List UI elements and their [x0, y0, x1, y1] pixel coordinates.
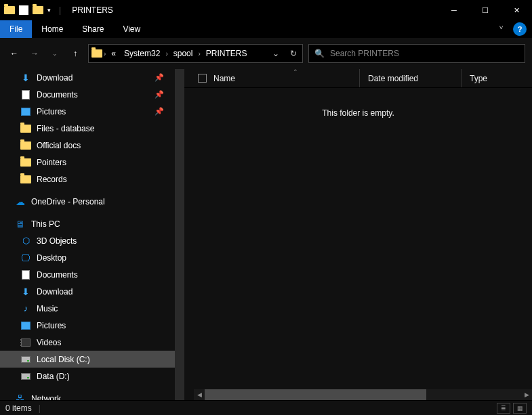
column-type[interactable]: Type — [461, 69, 532, 87]
sidebar-item-label: Pointers — [37, 158, 66, 167]
sidebar-item-label: Official docs — [37, 141, 81, 150]
drive-icon — [20, 354, 31, 365]
sidebar-item-label: Records — [37, 175, 67, 184]
view-thumbnails-button[interactable]: ▦ — [513, 403, 527, 414]
sidebar-item-label: Download — [37, 287, 73, 297]
sidebar-item-label: Data (D:) — [37, 372, 70, 381]
crumb-spool[interactable]: spool — [169, 45, 197, 62]
sidebar-item-documents[interactable]: Documents📌 — [0, 86, 175, 103]
sidebar-item-label: Documents — [37, 270, 78, 280]
sidebar-item-official-docs[interactable]: Official docs — [0, 137, 175, 154]
pin-icon: 📌 — [155, 90, 164, 99]
download-icon: ⬇ — [20, 286, 31, 297]
sidebar-item-label: Desktop — [37, 253, 66, 263]
titlebar-separator: | — [59, 5, 61, 15]
status-bar: 0 items | ≣ ▦ — [0, 400, 532, 415]
sidebar-item-desktop[interactable]: 🖵Desktop — [0, 249, 175, 266]
picture-icon — [20, 320, 31, 331]
empty-folder-message: This folder is empty. — [184, 88, 532, 118]
sidebar-onedrive[interactable]: ☁ OneDrive - Personal — [0, 193, 175, 210]
chevron-right-icon[interactable]: › — [104, 50, 106, 58]
sidebar-item-music[interactable]: ♪Music — [0, 300, 175, 317]
sidebar-item-3d-objects[interactable]: ⬡3D Objects — [0, 232, 175, 249]
titlebar: ▾ | PRINTERS ─ ☐ ✕ — [0, 0, 532, 20]
pane-splitter[interactable] — [175, 69, 184, 400]
maximize-button[interactable]: ☐ — [470, 0, 501, 20]
sidebar-item-label: This PC — [31, 219, 60, 229]
download-icon: ⬇ — [20, 72, 31, 83]
file-list-pane: ⌃ Name Date modified Type This folder is… — [184, 69, 532, 400]
drive-icon — [20, 371, 31, 382]
recent-locations-button[interactable]: ⌄ — [47, 46, 62, 61]
column-date[interactable]: Date modified — [359, 69, 461, 87]
sidebar-item-download[interactable]: ⬇Download📌 — [0, 69, 175, 86]
tab-view[interactable]: View — [113, 20, 150, 38]
chevron-right-icon[interactable]: › — [198, 50, 200, 58]
sidebar-item-label: Network — [31, 394, 61, 401]
search-input[interactable]: 🔍 Search PRINTERS — [308, 44, 525, 63]
sidebar-item-pictures[interactable]: Pictures — [0, 317, 175, 334]
navigation-pane[interactable]: ⬇Download📌Documents📌Pictures📌Files - dat… — [0, 69, 175, 400]
picture-icon — [20, 106, 31, 117]
sidebar-item-download[interactable]: ⬇Download — [0, 283, 175, 300]
sidebar-item-data-d-[interactable]: Data (D:) — [0, 368, 175, 385]
help-button[interactable]: ? — [513, 22, 527, 36]
music-icon: ♪ — [20, 303, 31, 314]
pin-icon: 📌 — [155, 73, 164, 82]
sidebar-item-label: Pictures — [37, 107, 66, 116]
view-details-button[interactable]: ≣ — [497, 403, 510, 414]
refresh-button[interactable]: ↻ — [285, 49, 302, 58]
sidebar-this-pc[interactable]: 🖥 This PC — [0, 215, 175, 232]
quick-access-folder-icon[interactable] — [33, 5, 43, 16]
minimize-button[interactable]: ─ — [438, 0, 470, 20]
tab-home[interactable]: Home — [32, 20, 73, 38]
folder-icon — [20, 157, 31, 168]
column-label: Name — [213, 74, 235, 83]
forward-button[interactable]: → — [27, 46, 42, 61]
sidebar-network[interactable]: 🖧 Network — [0, 390, 175, 400]
horizontal-scrollbar[interactable]: ◀ ▶ — [194, 389, 532, 400]
chevron-right-icon[interactable]: › — [165, 50, 167, 58]
scrollbar-thumb[interactable] — [205, 389, 426, 400]
close-button[interactable]: ✕ — [501, 0, 532, 20]
sidebar-item-local-disk-c-[interactable]: Local Disk (C:) — [0, 351, 175, 368]
scroll-left-icon[interactable]: ◀ — [194, 389, 205, 400]
up-button[interactable]: ↑ — [68, 46, 83, 61]
quick-access-customize-icon[interactable]: ▾ — [47, 7, 51, 14]
sidebar-item-label: Pictures — [37, 321, 66, 330]
sidebar-item-files-database[interactable]: Files - database — [0, 120, 175, 137]
crumb-system32[interactable]: System32 — [120, 45, 164, 62]
sidebar-item-label: Files - database — [37, 124, 94, 133]
pin-icon: 📌 — [155, 107, 164, 116]
folder-icon — [20, 174, 31, 185]
document-icon — [20, 269, 31, 280]
cloud-icon: ☁ — [15, 196, 26, 207]
sidebar-item-videos[interactable]: Videos — [0, 334, 175, 351]
breadcrumb[interactable]: › « System32 › spool › PRINTERS ⌄ ↻ — [88, 44, 303, 63]
back-button[interactable]: ← — [7, 46, 22, 61]
network-icon: 🖧 — [15, 393, 26, 401]
crumb-printers[interactable]: PRINTERS — [202, 45, 251, 62]
cube-icon: ⬡ — [20, 236, 31, 246]
quick-access-checklist-icon[interactable] — [19, 5, 28, 15]
sidebar-item-pointers[interactable]: Pointers — [0, 154, 175, 171]
ribbon-collapse-icon[interactable]: ⱽ — [491, 20, 510, 38]
tab-share[interactable]: Share — [73, 20, 113, 38]
sidebar-item-label: Videos — [37, 338, 61, 347]
column-label: Date modified — [368, 74, 418, 83]
document-icon — [20, 89, 31, 100]
breadcrumb-ellipsis[interactable]: « — [107, 45, 120, 62]
breadcrumb-dropdown-icon[interactable]: ⌄ — [267, 49, 285, 58]
sidebar-item-records[interactable]: Records — [0, 171, 175, 188]
sidebar-item-documents[interactable]: Documents — [0, 266, 175, 283]
sidebar-item-pictures[interactable]: Pictures📌 — [0, 103, 175, 120]
video-icon — [20, 337, 31, 348]
column-label: Type — [470, 74, 487, 83]
scroll-right-icon[interactable]: ▶ — [521, 389, 532, 400]
folder-app-icon — [4, 5, 15, 16]
select-all-checkbox[interactable] — [198, 74, 207, 83]
window-title: PRINTERS — [72, 5, 113, 15]
column-name[interactable]: Name — [190, 69, 359, 87]
tab-file[interactable]: File — [0, 20, 32, 38]
address-bar: ← → ⌄ ↑ › « System32 › spool › PRINTERS … — [0, 38, 532, 69]
